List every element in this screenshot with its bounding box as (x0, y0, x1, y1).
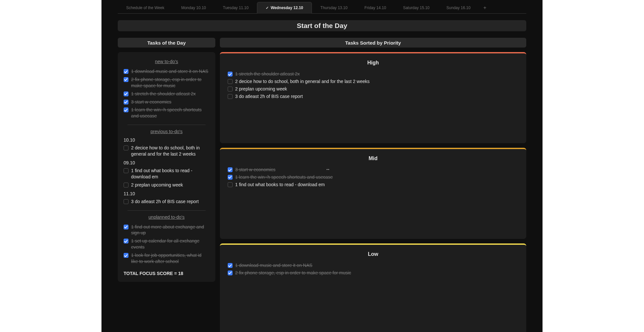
unplanned-task-row: 1 look for job opportunities, what id li… (123, 251, 210, 266)
new-todos-title: new to-do's (123, 59, 210, 64)
new-task-checkbox[interactable] (124, 100, 128, 104)
mid-task-text: 3 start w economics (235, 167, 518, 173)
priority-panel-low: Low 1 download music and store it on NAS… (220, 243, 526, 332)
tab-friday-14-10[interactable]: Friday 14.10 (356, 2, 395, 13)
low-task-row: 1 download music and store it on NAS (226, 262, 520, 269)
high-task-row: 1 stretch the shoulder atleast 2x (226, 70, 520, 78)
mid-task-row: 1 learn the win+h speech shortcuts and u… (226, 173, 520, 181)
tab-tuesday-11-10[interactable]: Tuesday 11.10 (214, 2, 257, 13)
priority-panel-mid: Mid 3 start w economics1 learn the win+h… (220, 148, 526, 239)
low-task-text: 2 fix phone storage, esp in order to mak… (235, 270, 518, 276)
mid-task-row: 1 find out what books to read - download… (226, 181, 520, 188)
high-task-text: 2 preplan upcoming week (235, 86, 518, 92)
mid-task-row: 3 start w economics (226, 166, 520, 173)
previous-task-text: 3 do atleast 2h of BIS case report (131, 199, 209, 205)
high-task-text: 2 decice how to do school, both in gener… (235, 78, 518, 85)
tab-label: Sunday 16.10 (447, 6, 471, 10)
unplanned-task-row: 1 find out more about exchange and sign … (123, 223, 210, 237)
previous-task-text: 1 find out what books to read - download… (131, 168, 209, 180)
tab-label: Thursday 13.10 (320, 6, 347, 10)
mid-task-checkbox[interactable] (228, 175, 233, 180)
high-task-text: 3 do atleast 2h of BIS case report (235, 93, 518, 100)
previous-date-label: 09.10 (124, 160, 210, 165)
previous-task-row: 2 decice how to do school, both in gener… (123, 144, 210, 158)
unplanned-task-text: 1 look for job opportunities, what id li… (131, 252, 209, 265)
new-task-row: 2 fix phone storage, esp in order to mak… (123, 76, 210, 90)
tab-bar: Schedule of the WeekMonday 10.10Tuesday … (118, 2, 526, 14)
previous-task-row: 2 preplan upcoming week (123, 181, 210, 189)
previous-task-row: 1 find out what books to read - download… (123, 167, 210, 181)
new-task-checkbox[interactable] (124, 69, 128, 74)
priority-mid-title: Mid (226, 156, 520, 161)
tab-label: Monday 10.10 (181, 6, 206, 10)
page-title: Start of the Day (118, 20, 526, 31)
unplanned-task-checkbox[interactable] (124, 253, 128, 258)
tab-thursday-13-10[interactable]: Thursday 13.10 (312, 2, 356, 13)
app-root: Schedule of the WeekMonday 10.10Tuesday … (101, 0, 543, 332)
mid-task-checkbox[interactable] (228, 167, 233, 172)
priority-high-title: High (226, 60, 520, 66)
previous-task-checkbox[interactable] (124, 168, 128, 173)
mid-task-text: 1 learn the win+h speech shortcuts and u… (235, 174, 518, 180)
high-task-row: 2 decice how to do school, both in gener… (226, 78, 520, 85)
previous-task-text: 2 decice how to do school, both in gener… (131, 145, 209, 157)
new-task-checkbox[interactable] (124, 107, 128, 112)
new-task-row: 1 download music and store it on NAS (123, 67, 210, 76)
columns: Tasks of the Day new to-do's1 download m… (118, 38, 526, 332)
priority-low-title: Low (226, 251, 520, 257)
mid-task-checkbox[interactable] (228, 182, 233, 187)
unplanned-task-checkbox[interactable] (124, 239, 128, 243)
tab-sunday-16-10[interactable]: Sunday 16.10 (438, 2, 479, 13)
mid-task-text: 1 find out what books to read - download… (235, 182, 518, 188)
new-task-text: 3 start w economics (131, 99, 209, 105)
low-task-checkbox[interactable] (228, 270, 233, 275)
unplanned-task-checkbox[interactable] (124, 225, 128, 229)
low-task-checkbox[interactable] (228, 263, 233, 268)
new-task-checkbox[interactable] (124, 91, 128, 96)
high-task-checkbox[interactable] (228, 87, 233, 91)
unplanned-task-text: 1 set up calendar for all exchange event… (131, 238, 209, 250)
tasks-of-day-title: Tasks of the Day (118, 38, 215, 48)
previous-date-label: 11.10 (124, 191, 210, 196)
high-task-checkbox[interactable] (228, 94, 233, 99)
tab-schedule-of-the-week[interactable]: Schedule of the Week (118, 2, 173, 13)
previous-task-checkbox[interactable] (124, 199, 128, 204)
unplanned-task-text: 1 find out more about exchange and sign … (131, 224, 209, 236)
tab-check-icon: ✓ (266, 6, 269, 10)
new-task-row: 3 start w economics (123, 98, 210, 106)
previous-task-checkbox[interactable] (124, 145, 128, 150)
unplanned-task-row: 1 set up calendar for all exchange event… (123, 237, 210, 251)
previous-task-text: 2 preplan upcoming week (131, 182, 209, 188)
tab-saturday-15-10[interactable]: Saturday 15.10 (395, 2, 438, 13)
total-focus-score: TOTAL FOCUS SCORE = 18 (123, 271, 210, 276)
tab-wednesday-12-10[interactable]: ✓Wednesday 12.10 (257, 2, 312, 14)
new-task-row: 1 learn the win+h speech shortcuts and u… (123, 106, 210, 120)
tasks-of-day-column: Tasks of the Day new to-do's1 download m… (118, 38, 215, 332)
new-task-text: 1 download music and store it on NAS (131, 68, 209, 75)
tab-label: Tuesday 11.10 (223, 6, 248, 10)
tasks-of-day-body: new to-do's1 download music and store it… (118, 52, 215, 282)
previous-task-row: 3 do atleast 2h of BIS case report (123, 198, 210, 206)
new-task-text: 2 fix phone storage, esp in order to mak… (131, 76, 209, 89)
priority-title: Tasks Sorted by Priority (220, 38, 526, 48)
unplanned-todos-title: unplanned to-do's (123, 214, 210, 220)
low-task-row: 2 fix phone storage, esp in order to mak… (226, 269, 520, 277)
high-task-checkbox[interactable] (228, 72, 233, 76)
high-task-row: 3 do atleast 2h of BIS case report (226, 93, 520, 100)
new-task-checkbox[interactable] (124, 77, 128, 82)
high-task-checkbox[interactable] (228, 79, 233, 84)
tab-monday-10-10[interactable]: Monday 10.10 (173, 2, 214, 13)
tab-label: Friday 14.10 (364, 6, 386, 10)
tab-label: Schedule of the Week (126, 6, 164, 10)
add-tab-button[interactable]: + (479, 2, 491, 13)
previous-task-checkbox[interactable] (124, 183, 128, 187)
tab-label: Wednesday 12.10 (271, 6, 303, 10)
high-task-row: 2 preplan upcoming week (226, 85, 520, 93)
new-task-text: 1 learn the win+h speech shortcuts and u… (131, 107, 209, 119)
high-task-text: 1 stretch the shoulder atleast 2x (235, 71, 518, 77)
previous-todos-title: previous to-do's (123, 129, 210, 134)
new-task-row: 1 stretch the shoulder atleast 2x (123, 90, 210, 98)
low-task-text: 1 download music and store it on NAS (235, 262, 518, 269)
tab-label: Saturday 15.10 (403, 6, 429, 10)
priority-column: Tasks Sorted by Priority High 1 stretch … (220, 38, 526, 332)
